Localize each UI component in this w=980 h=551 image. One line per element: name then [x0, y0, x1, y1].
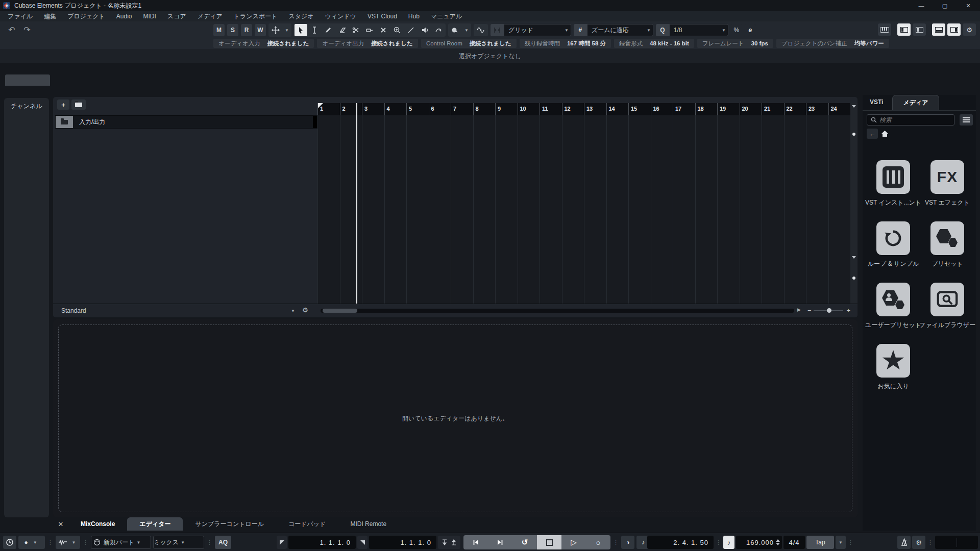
ruler-bar[interactable]: 15 — [628, 103, 651, 115]
write-automation-button[interactable]: W — [255, 24, 266, 36]
redo-button[interactable]: ↷ — [21, 23, 33, 36]
goto-left-locator-button[interactable] — [277, 536, 287, 549]
zoom-preset-dropdown[interactable]: ズームに適応 ▼ — [587, 24, 653, 36]
ruler-bar[interactable]: 21 — [762, 103, 784, 115]
close-lower-zone-icon[interactable]: ✕ — [53, 517, 68, 531]
undo-button[interactable]: ↶ — [6, 23, 17, 36]
quantize-icon[interactable]: Q — [656, 24, 669, 36]
quantize-dropdown[interactable]: 1/8 ▼ — [669, 24, 728, 36]
tempo-spinner[interactable] — [774, 539, 780, 545]
menu-item[interactable]: ウィンドウ — [320, 11, 362, 21]
menu-item[interactable]: VST Cloud — [362, 11, 403, 21]
metronome-setup-gear-icon[interactable]: ⚙ — [912, 536, 925, 549]
lower-zone-tab[interactable]: MixConsole — [68, 517, 127, 531]
vertical-zoom-dot2[interactable] — [852, 277, 855, 280]
search-input[interactable] — [878, 116, 947, 124]
menu-item[interactable]: メディア — [192, 11, 228, 21]
lower-zone-tab[interactable]: MIDI Remote — [338, 517, 399, 531]
status-item[interactable]: プロジェクトのパン補正均等パワー — [776, 39, 889, 48]
play-button[interactable]: ▷ — [561, 535, 586, 549]
color-menu-caret[interactable]: ▼ — [462, 28, 471, 33]
zoom-in-icon[interactable]: + — [846, 307, 850, 314]
menu-item[interactable]: ファイル — [2, 11, 38, 21]
auto-quantize-button[interactable]: AQ — [215, 536, 231, 549]
media-tile[interactable]: お気に入り — [867, 344, 920, 391]
ruler-bar[interactable]: 20 — [740, 103, 762, 115]
media-tile-button[interactable] — [930, 221, 964, 255]
zoom-slider-thumb[interactable] — [827, 308, 831, 313]
record-mode-dropdown[interactable]: ●▼ — [18, 536, 45, 549]
track-scale-gear-icon[interactable]: ⚙ — [302, 306, 308, 314]
ruler-bar[interactable]: 12 — [562, 103, 584, 115]
auto-scroll-caret[interactable]: ▼ — [283, 28, 291, 33]
mute-tool[interactable] — [377, 24, 390, 36]
erase-tool[interactable] — [336, 24, 349, 36]
position-display[interactable]: 2. 4. 1. 50 — [647, 536, 714, 549]
midi-record-target-dropdown[interactable]: 新規パート ▼ — [91, 536, 151, 549]
horizontal-zoom-slider[interactable]: − + — [807, 304, 850, 317]
track-folder-cell[interactable] — [56, 116, 73, 128]
track-name[interactable]: 入力/出力 — [73, 118, 313, 127]
time-signature-display[interactable]: 4/4 — [783, 536, 805, 549]
event-display-grid[interactable] — [317, 115, 850, 304]
ruler-bar[interactable]: 17 — [673, 103, 695, 115]
glue-tool[interactable] — [363, 24, 376, 36]
quantize-panel-button[interactable]: e — [745, 24, 756, 36]
tempo-options-caret[interactable]: ▼ — [836, 536, 846, 549]
zoom-tool[interactable] — [391, 24, 404, 36]
menu-item[interactable]: Audio — [111, 11, 138, 21]
status-item[interactable]: 録音形式48 kHz - 16 bit — [614, 39, 694, 48]
scroll-right-arrow[interactable]: ▶ — [797, 307, 801, 312]
select-tool[interactable] — [295, 24, 307, 36]
ruler-bar[interactable]: 14 — [606, 103, 629, 115]
auto-scroll-icon[interactable] — [269, 24, 282, 36]
onscreen-keyboard-button[interactable] — [878, 23, 891, 36]
horizontal-scrollbar[interactable] — [321, 309, 794, 313]
track-preset-button[interactable] — [71, 99, 86, 110]
goto-start-button[interactable] — [463, 535, 488, 549]
left-zone-toggle[interactable] — [897, 23, 911, 36]
menu-item[interactable]: プロジェクト — [62, 11, 111, 21]
ruler-bar[interactable]: 22 — [784, 103, 806, 115]
left-locator-display[interactable]: 1. 1. 1. 0 — [288, 536, 356, 549]
range-tool[interactable] — [308, 24, 321, 36]
media-tile[interactable]: ユーザープリセット — [867, 283, 920, 330]
track-scale-preset[interactable]: Standard — [61, 307, 86, 314]
menu-item[interactable]: 編集 — [38, 11, 62, 21]
vertical-zoom-dot[interactable] — [852, 133, 855, 136]
menu-item[interactable]: スタジオ — [283, 11, 320, 21]
snap-button[interactable] — [491, 24, 504, 36]
tab-media[interactable]: メディア — [892, 95, 939, 110]
horizontal-scroll-thumb[interactable] — [323, 309, 357, 313]
ruler-bar[interactable]: 6 — [429, 103, 451, 115]
ruler-bar[interactable]: 19 — [717, 103, 740, 115]
media-tile[interactable]: VST インスト...ント — [867, 160, 920, 207]
mute-all-button[interactable]: M — [213, 24, 225, 36]
right-locator-display[interactable]: 1. 1. 1. 0 — [369, 536, 436, 549]
tempo-track-toggle[interactable]: ♪ — [723, 536, 734, 549]
ruler-bar[interactable]: 3 — [362, 103, 384, 115]
media-tile-button[interactable] — [876, 283, 910, 316]
media-tile-button[interactable] — [930, 283, 964, 316]
maximize-button[interactable]: ▢ — [933, 0, 957, 11]
ruler-bar[interactable]: 16 — [651, 103, 673, 115]
ruler-options-caret[interactable] — [852, 105, 856, 108]
play-tool[interactable] — [419, 24, 431, 36]
solo-all-button[interactable]: S — [227, 24, 238, 36]
ruler-bar[interactable]: 10 — [518, 103, 540, 115]
menu-item[interactable]: トランスポート — [228, 11, 283, 21]
common-record-modes-button[interactable] — [3, 536, 16, 549]
channel-panel[interactable]: チャンネル — [4, 98, 49, 517]
precount-click-button[interactable]: ◑ — [621, 536, 634, 549]
setup-toolbar-button[interactable]: ⚙ — [963, 23, 976, 36]
ruler-bar[interactable]: 24 — [828, 103, 851, 115]
media-tile-button[interactable] — [876, 160, 910, 194]
record-button[interactable]: ○ — [586, 535, 610, 549]
track-row[interactable]: 入力/出力 — [55, 115, 317, 129]
tempo-display[interactable]: 169.000 — [736, 536, 782, 549]
ruler-bar[interactable]: 11 — [540, 103, 562, 115]
ruler-bar[interactable]: 7 — [451, 103, 473, 115]
lower-zone-toggle[interactable] — [932, 23, 945, 36]
menu-item[interactable]: マニュアル — [425, 11, 468, 21]
media-tile-button[interactable] — [876, 221, 910, 255]
